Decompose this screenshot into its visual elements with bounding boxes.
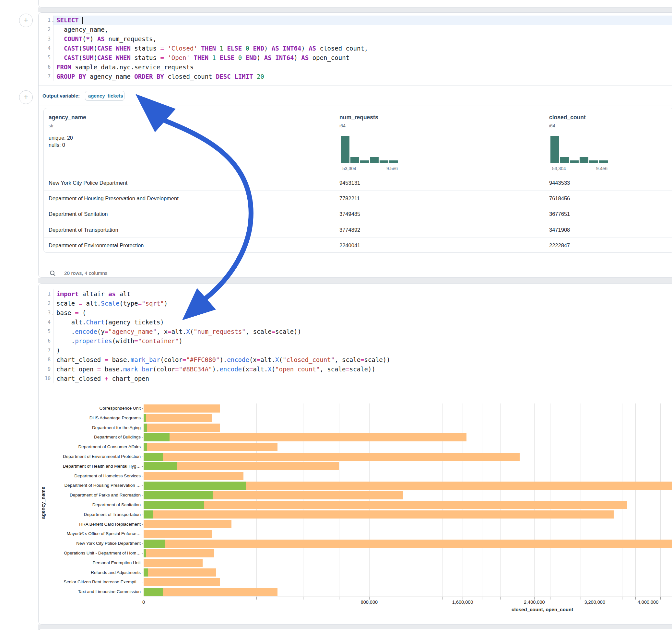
table-cell: Department of Transportation: [49, 226, 118, 233]
line-number: 5: [39, 327, 53, 336]
line-number: 2: [39, 25, 53, 34]
code-text: SELECT: [53, 16, 672, 25]
code-line[interactable]: 1⌄SELECT: [39, 16, 672, 25]
code-line[interactable]: 5 .encode(y="agency_name", x=alt.X("num_…: [39, 327, 672, 336]
column-dtype: str: [49, 123, 86, 128]
column-header[interactable]: num_requestsi64: [339, 114, 378, 128]
y-tick-label: DHS Advantage Programs: [0, 415, 141, 420]
code-line[interactable]: 6FROM sample_data.nyc.service_requests: [39, 63, 672, 72]
code-line[interactable]: 3⌄base = (: [39, 308, 672, 318]
x-tick: [339, 597, 339, 600]
code-line[interactable]: 2 agency_name,: [39, 25, 672, 34]
y-tick-label: Correspondence Unit: [0, 406, 141, 411]
open-count-bar: [144, 453, 163, 461]
x-tick: [581, 597, 581, 600]
y-tick-label: Department of Buildings: [0, 435, 141, 439]
x-tick: [660, 597, 661, 600]
table-cell: Department of Sanitation: [49, 211, 108, 217]
code-line[interactable]: 4 alt.Chart(agency_tickets): [39, 318, 672, 327]
code-text: .encode(y="agency_name", x=alt.X("num_re…: [53, 327, 672, 336]
code-line[interactable]: 3 COUNT(*) AS num_requests,: [39, 34, 672, 44]
code-line[interactable]: 7GROUP BY agency_name ORDER BY closed_co…: [39, 72, 672, 81]
column-dtype: i64: [339, 123, 378, 128]
code-line[interactable]: 5 CAST(SUM(CASE WHEN status = 'Open' THE…: [39, 53, 672, 63]
next-cell-edge: [38, 629, 672, 630]
column-histogram: [550, 136, 608, 163]
table-row[interactable]: Department of Sanitation37494853677651: [44, 206, 672, 222]
x-tick-label: 2,400,000: [515, 600, 554, 605]
table-row[interactable]: Department of Housing Preservation and D…: [44, 190, 672, 206]
line-number: 8: [39, 355, 53, 365]
closed-count-bar: [144, 588, 278, 596]
code-text: chart_open = base.mark_bar(color="#8BC34…: [53, 365, 672, 374]
gridline: [534, 404, 534, 597]
code-line[interactable]: 2scale = alt.Scale(type="sqrt"): [39, 299, 672, 308]
open-count-bar: [144, 549, 146, 557]
gridline: [303, 404, 304, 597]
open-count-bar: [144, 423, 147, 432]
y-tick: [142, 505, 143, 505]
y-tick-label: Department of Health and Mental Hyg…: [0, 464, 141, 468]
python-editor[interactable]: 1import altair as alt2scale = alt.Scale(…: [39, 289, 672, 383]
code-text: COUNT(*) AS num_requests,: [53, 34, 672, 44]
column-header[interactable]: closed_counti64: [549, 114, 586, 128]
x-tick: [462, 597, 463, 600]
open-count-bar: [144, 462, 177, 470]
code-line[interactable]: 7): [39, 346, 672, 355]
open-count-bar: [144, 433, 170, 441]
histogram-min-label: 53,304: [342, 166, 356, 171]
y-tick-label: Refunds and Adjustments: [0, 570, 141, 575]
line-number: 10: [39, 374, 53, 383]
y-tick-label: Department of Transportation: [0, 512, 141, 517]
closed-count-bar: [144, 443, 278, 451]
histogram-max-label: 9.5e6: [386, 166, 398, 171]
x-tick: [257, 597, 257, 600]
y-tick-label: Mayorâ€ s Office of Special Enforce…: [0, 531, 141, 536]
sql-editor[interactable]: 1⌄SELECT 2 agency_name,3 COUNT(*) AS num…: [39, 16, 672, 81]
table-row[interactable]: New York City Police Department945313194…: [44, 175, 672, 191]
code-text: CAST(SUM(CASE WHEN status = 'Closed' THE…: [53, 44, 672, 53]
fold-caret-icon[interactable]: ⌄: [52, 309, 54, 318]
histogram-max-label: 9.4e6: [596, 166, 607, 171]
y-tick: [142, 543, 143, 544]
code-line[interactable]: 10chart_closed + chart_open: [39, 374, 672, 383]
x-tick: [420, 597, 420, 600]
code-text: import altair as alt: [53, 289, 672, 299]
closed-count-bar: [144, 453, 520, 461]
add-cell-button[interactable]: +: [19, 14, 33, 27]
code-line[interactable]: 9chart_open = base.mark_bar(color="#8BC3…: [39, 365, 672, 374]
line-number: 5: [39, 53, 53, 63]
dataframe-preview[interactable]: agency_namestrunique: 20nulls: 0num_requ…: [44, 108, 672, 253]
y-tick: [142, 418, 143, 418]
search-icon[interactable]: [50, 270, 56, 276]
code-line[interactable]: 6 .properties(width="container"): [39, 336, 672, 346]
gridline: [609, 404, 609, 597]
table-cell: 7618456: [549, 195, 570, 201]
y-tick: [142, 495, 143, 495]
closed-count-bar: [144, 559, 202, 567]
column-header[interactable]: agency_namestr: [49, 114, 86, 128]
table-row[interactable]: Department of Environmental Protection22…: [44, 237, 672, 253]
output-variable-row: Output variable: agency_tickets: [39, 85, 672, 106]
code-text: GROUP BY agency_name ORDER BY closed_cou…: [53, 72, 672, 81]
y-tick-label: HRA Benefit Card Replacement: [0, 522, 141, 527]
line-number: 4: [39, 318, 53, 327]
code-line[interactable]: 1import altair as alt: [39, 289, 672, 299]
x-tick: [500, 597, 501, 600]
gridline: [595, 404, 595, 597]
line-number: 7: [39, 346, 53, 355]
table-row[interactable]: Department of Transportation377489234719…: [44, 222, 672, 238]
fold-caret-icon[interactable]: ⌄: [52, 16, 54, 25]
table-cell: 2222847: [549, 242, 570, 248]
closed-count-bar: [144, 501, 627, 509]
y-tick: [142, 408, 143, 409]
gridline: [257, 404, 257, 597]
output-variable-pill[interactable]: agency_tickets: [85, 91, 124, 101]
add-cell-button[interactable]: +: [19, 91, 33, 104]
x-tick: [566, 597, 566, 600]
code-text: chart_closed = base.mark_bar(color="#FFC…: [53, 355, 672, 365]
code-text: base = (: [53, 308, 672, 318]
code-line[interactable]: 4 CAST(SUM(CASE WHEN status = 'Closed' T…: [39, 44, 672, 53]
y-tick: [142, 592, 143, 592]
code-line[interactable]: 8chart_closed = base.mark_bar(color="#FF…: [39, 355, 672, 365]
